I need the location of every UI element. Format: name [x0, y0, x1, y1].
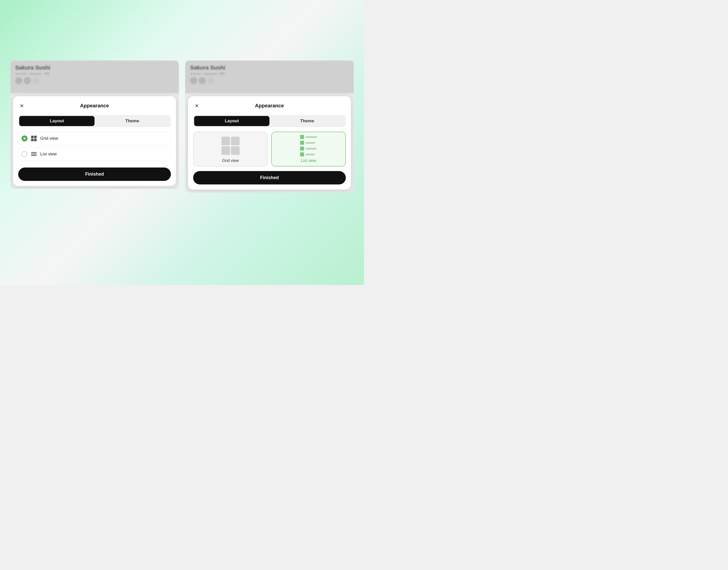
- after-dialog: ✕ Appearance Layout Theme: [188, 96, 351, 190]
- after-dialog-title: Appearance: [255, 103, 284, 109]
- before-tab-theme[interactable]: Theme: [94, 116, 170, 126]
- before-tab-group: Layout Theme: [18, 115, 171, 127]
- before-dialog: ✕ Appearance Layout Theme: [13, 96, 176, 186]
- after-list-label: List view: [301, 159, 316, 163]
- after-finished-button[interactable]: Finished: [193, 171, 346, 185]
- after-close-button[interactable]: ✕: [193, 102, 200, 109]
- before-restaurant-mockup: Sakura Sushi ★★★★ · Japanese · $$$: [10, 60, 179, 93]
- after-option-grid[interactable]: Grid view: [193, 131, 268, 167]
- before-finished-button[interactable]: Finished: [18, 168, 171, 181]
- after-grid-label: Grid view: [222, 159, 239, 163]
- before-option-grid[interactable]: Grid view: [18, 131, 171, 145]
- before-tab-layout[interactable]: Layout: [19, 116, 94, 126]
- before-radio-list: Grid view List view: [18, 131, 171, 163]
- after-restaurant-sub: ★★★★ · Japanese · $$$: [190, 72, 349, 75]
- after-panel-wrapper: Sakura Sushi ★★★★ · Japanese · $$$ ✕ App…: [185, 60, 354, 206]
- before-grid-label: Grid view: [40, 136, 58, 141]
- after-restaurant-title: Sakura Sushi: [190, 64, 349, 71]
- after-visual-picker: Grid view: [193, 131, 346, 167]
- before-panel-wrapper: Sakura Sushi ★★★★ · Japanese · $$$ ✕ App…: [10, 60, 179, 202]
- before-panel-bg: Sakura Sushi ★★★★ · Japanese · $$$ ✕ App…: [10, 60, 179, 189]
- after-tab-theme[interactable]: Theme: [269, 116, 345, 126]
- after-list-icon-large: [298, 136, 319, 156]
- after-option-list[interactable]: List view: [271, 131, 346, 167]
- after-grid-icon-large: [220, 136, 241, 156]
- before-close-button[interactable]: ✕: [18, 102, 25, 109]
- before-radio-grid: [21, 135, 28, 141]
- before-restaurant-sub: ★★★★ · Japanese · $$$: [15, 72, 174, 75]
- after-tab-layout[interactable]: Layout: [194, 116, 269, 126]
- before-dialog-header: ✕ Appearance: [18, 102, 171, 109]
- after-panel-bg: Sakura Sushi ★★★★ · Japanese · $$$ ✕ App…: [185, 60, 354, 193]
- before-restaurant-title: Sakura Sushi: [15, 64, 174, 71]
- before-list-label: List view: [40, 152, 57, 157]
- before-option-list[interactable]: List view: [18, 147, 171, 161]
- after-tab-group: Layout Theme: [193, 115, 346, 127]
- before-dialog-title: Appearance: [80, 103, 109, 109]
- before-radio-list: [21, 151, 28, 157]
- after-restaurant-mockup: Sakura Sushi ★★★★ · Japanese · $$$: [185, 60, 354, 93]
- after-dialog-header: ✕ Appearance: [193, 102, 346, 109]
- before-grid-icon: [31, 136, 37, 141]
- before-list-icon: [31, 151, 37, 157]
